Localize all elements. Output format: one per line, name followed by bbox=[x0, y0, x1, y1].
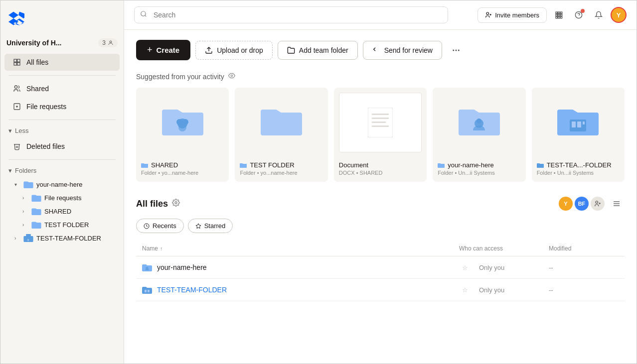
recents-tab[interactable]: Recents bbox=[136, 219, 184, 233]
svg-point-29 bbox=[458, 49, 460, 51]
add-team-folder-button[interactable]: Add team folder bbox=[278, 41, 358, 60]
search-input[interactable] bbox=[134, 6, 448, 23]
eye-icon[interactable] bbox=[228, 72, 235, 81]
folder-item-label: File requests bbox=[44, 194, 81, 202]
main-content: Invite members Y + Create bbox=[124, 0, 637, 364]
svg-point-27 bbox=[453, 49, 454, 51]
svg-rect-3 bbox=[14, 63, 16, 65]
svg-rect-23 bbox=[560, 16, 562, 18]
star-button[interactable]: ☆ bbox=[459, 261, 471, 273]
folder-item-label: TEST-TEAM-FOLDER bbox=[36, 235, 101, 242]
grid-icon bbox=[12, 58, 21, 67]
shared-icon bbox=[12, 84, 21, 93]
starred-tab[interactable]: Starred bbox=[188, 219, 233, 233]
folder-item-root[interactable]: ▾ your-name-here bbox=[6, 178, 122, 191]
search-bar[interactable] bbox=[134, 6, 448, 23]
access-cell: ☆ Only you bbox=[459, 284, 549, 296]
folders-section[interactable]: ▾ Folders bbox=[0, 164, 124, 177]
search-icon bbox=[140, 10, 147, 19]
svg-point-30 bbox=[231, 75, 233, 77]
chevron-down-icon: ▾ bbox=[14, 182, 20, 187]
svg-point-34 bbox=[178, 123, 186, 131]
file-table: Name ↑ Who can access Modified your-name… bbox=[136, 241, 625, 301]
card-thumbnail bbox=[339, 93, 422, 152]
card-info: SHARED Folder • yo...name-here bbox=[136, 157, 229, 182]
svg-rect-19 bbox=[558, 14, 560, 16]
suggested-card-yourname[interactable]: your-name-here Folder • Un...ii Systems bbox=[433, 88, 525, 182]
toolbar: + Create Upload or drop Add team folder … bbox=[136, 40, 625, 60]
card-name: Document bbox=[339, 161, 422, 169]
svg-point-41 bbox=[477, 119, 481, 123]
sidebar-item-shared[interactable]: Shared bbox=[4, 80, 120, 97]
modified-cell: -- bbox=[549, 286, 619, 294]
sidebar-item-all-files[interactable]: All files bbox=[4, 54, 120, 71]
user-avatar[interactable]: Y bbox=[611, 7, 627, 23]
card-info: your-name-here Folder • Un...ii Systems bbox=[433, 157, 525, 182]
svg-rect-15 bbox=[556, 12, 557, 13]
less-toggle[interactable]: ▾ Less bbox=[0, 124, 124, 137]
svg-point-47 bbox=[596, 201, 598, 204]
more-options-button[interactable] bbox=[447, 41, 465, 59]
suggested-card-document[interactable]: Document DOCX • SHARED bbox=[334, 88, 427, 182]
access-column-header: Who can access bbox=[459, 245, 549, 252]
workspace-badge: 3 bbox=[98, 38, 118, 47]
suggested-card-team-folder[interactable]: TEST-TEA...-FOLDER Folder • Un...ii Syst… bbox=[532, 88, 625, 182]
workspace-header[interactable]: University of H... 3 bbox=[0, 36, 124, 53]
svg-point-28 bbox=[455, 49, 457, 51]
folder-item-team[interactable]: › ≡ TEST-TEAM-FOLDER bbox=[6, 232, 122, 244]
suggested-title: Suggested from your activity bbox=[136, 72, 625, 81]
create-button[interactable]: + Create bbox=[136, 40, 190, 60]
suggested-card-test-folder[interactable]: TEST FOLDER Folder • yo...name-here bbox=[235, 88, 327, 182]
svg-point-0 bbox=[110, 41, 112, 43]
sidebar: University of H... 3 All files Shared Fi… bbox=[0, 0, 124, 364]
svg-marker-54 bbox=[196, 224, 201, 229]
invite-members-button[interactable]: Invite members bbox=[478, 7, 547, 23]
svg-rect-20 bbox=[560, 14, 562, 16]
table-row[interactable]: your-name-here ☆ Only you -- bbox=[136, 256, 625, 279]
svg-rect-45 bbox=[583, 121, 585, 124]
suggested-card-shared[interactable]: SHARED Folder • yo...name-here bbox=[136, 88, 229, 182]
sidebar-item-label: Deleted files bbox=[26, 142, 65, 150]
chevron-right-icon: › bbox=[22, 209, 28, 214]
card-name: SHARED bbox=[141, 161, 224, 169]
file-name-cell: TEST-TEAM-FOLDER bbox=[142, 286, 459, 294]
card-info: Document DOCX • SHARED bbox=[334, 157, 427, 182]
svg-rect-21 bbox=[556, 16, 557, 18]
sidebar-divider-3 bbox=[8, 159, 116, 160]
table-row[interactable]: TEST-TEAM-FOLDER ☆ Only you -- bbox=[136, 279, 625, 301]
upload-button[interactable]: Upload or drop bbox=[195, 41, 273, 60]
chevron-right-icon: › bbox=[14, 236, 20, 241]
header-actions: Invite members Y bbox=[478, 7, 627, 23]
grid-apps-button[interactable] bbox=[551, 7, 567, 23]
all-files-avatars: Y BF bbox=[559, 197, 605, 211]
avatar-y: Y bbox=[559, 197, 573, 211]
svg-point-5 bbox=[14, 86, 17, 88]
card-info: TEST-TEA...-FOLDER Folder • Un...ii Syst… bbox=[532, 157, 625, 182]
sidebar-item-deleted-files[interactable]: Deleted files bbox=[4, 138, 120, 155]
avatar-share bbox=[591, 197, 605, 211]
svg-rect-8 bbox=[26, 234, 31, 237]
folder-item-test-folder[interactable]: › TEST FOLDER bbox=[6, 218, 122, 231]
star-button[interactable]: ☆ bbox=[459, 284, 471, 296]
svg-point-10 bbox=[141, 11, 146, 16]
chevron-right-icon: › bbox=[22, 195, 28, 201]
svg-rect-2 bbox=[17, 59, 20, 62]
notification-dot bbox=[581, 9, 585, 13]
view-toggle-button[interactable] bbox=[609, 196, 625, 212]
less-label: Less bbox=[15, 127, 28, 134]
folder-item-shared[interactable]: › SHARED bbox=[6, 205, 122, 218]
send-for-review-button[interactable]: Send for review bbox=[363, 41, 442, 60]
file-name-cell: your-name-here bbox=[142, 263, 459, 271]
card-info: TEST FOLDER Folder • yo...name-here bbox=[235, 157, 327, 182]
folder-item-file-requests[interactable]: › File requests bbox=[6, 191, 122, 204]
sidebar-item-file-requests[interactable]: File requests bbox=[4, 98, 120, 115]
svg-rect-44 bbox=[577, 121, 581, 127]
settings-icon[interactable] bbox=[172, 199, 180, 209]
name-column-header[interactable]: Name ↑ bbox=[142, 245, 459, 252]
help-button[interactable] bbox=[571, 7, 587, 23]
notifications-button[interactable] bbox=[591, 7, 607, 23]
access-cell: ☆ Only you bbox=[459, 261, 549, 273]
chevron-down-icon: ▾ bbox=[8, 167, 12, 174]
svg-rect-1 bbox=[14, 59, 16, 62]
svg-point-12 bbox=[486, 12, 489, 15]
